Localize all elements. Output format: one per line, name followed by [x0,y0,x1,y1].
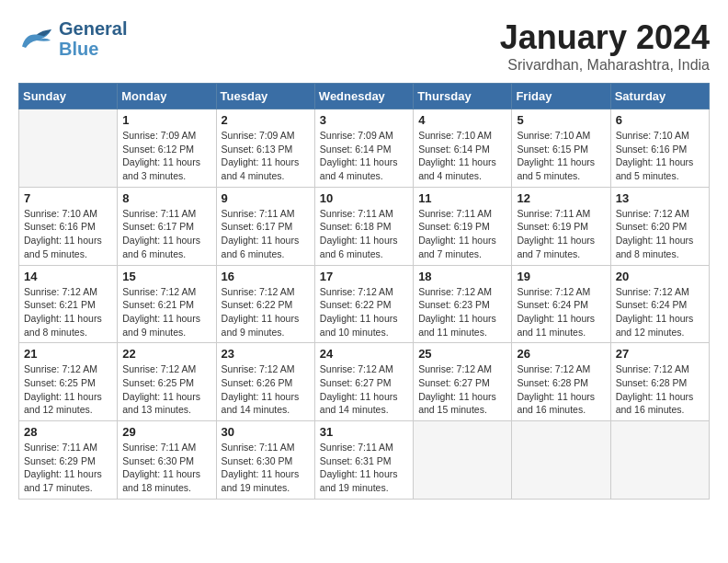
day-header-thursday: Thursday [414,84,512,109]
day-info: Sunrise: 7:09 AM Sunset: 6:13 PM Dayligh… [222,129,310,183]
day-number: 13 [616,191,704,205]
day-number: 26 [517,347,605,361]
day-info: Sunrise: 7:12 AM Sunset: 6:22 PM Dayligh… [222,285,310,339]
calendar-cell [19,109,118,188]
calendar-cell: 20Sunrise: 7:12 AM Sunset: 6:24 PM Dayli… [610,265,709,343]
day-number: 3 [320,113,408,127]
day-header-sunday: Sunday [19,84,118,109]
month-title: January 2024 [500,18,710,57]
calendar-cell: 12Sunrise: 7:11 AM Sunset: 6:19 PM Dayli… [512,187,610,265]
day-number: 7 [24,191,112,205]
day-header-wednesday: Wednesday [314,84,413,109]
day-info: Sunrise: 7:11 AM Sunset: 6:29 PM Dayligh… [24,441,112,495]
location-subtitle: Srivardhan, Maharashtra, India [500,57,710,74]
calendar-cell: 6Sunrise: 7:10 AM Sunset: 6:16 PM Daylig… [610,109,709,188]
calendar-cell: 23Sunrise: 7:12 AM Sunset: 6:26 PM Dayli… [216,343,314,421]
calendar-table: SundayMondayTuesdayWednesdayThursdayFrid… [18,83,710,500]
calendar-cell: 11Sunrise: 7:11 AM Sunset: 6:19 PM Dayli… [414,187,512,265]
day-number: 1 [122,113,210,127]
day-info: Sunrise: 7:12 AM Sunset: 6:27 PM Dayligh… [320,362,408,417]
day-info: Sunrise: 7:11 AM Sunset: 6:18 PM Dayligh… [320,207,408,261]
calendar-week-5: 28Sunrise: 7:11 AM Sunset: 6:29 PM Dayli… [19,421,710,500]
day-header-friday: Friday [512,84,610,109]
logo-icon [18,26,55,52]
day-number: 25 [418,347,506,361]
day-info: Sunrise: 7:11 AM Sunset: 6:17 PM Dayligh… [122,207,210,261]
day-header-tuesday: Tuesday [216,84,314,109]
calendar-cell: 1Sunrise: 7:09 AM Sunset: 6:12 PM Daylig… [118,109,216,188]
calendar-cell: 22Sunrise: 7:12 AM Sunset: 6:25 PM Dayli… [118,343,216,421]
day-number: 12 [517,191,605,205]
calendar-cell: 26Sunrise: 7:12 AM Sunset: 6:28 PM Dayli… [512,343,610,421]
day-info: Sunrise: 7:12 AM Sunset: 6:26 PM Dayligh… [222,362,310,417]
day-number: 28 [24,425,112,439]
day-info: Sunrise: 7:10 AM Sunset: 6:15 PM Dayligh… [517,129,605,183]
calendar-cell: 9Sunrise: 7:11 AM Sunset: 6:17 PM Daylig… [216,187,314,265]
calendar-cell: 14Sunrise: 7:12 AM Sunset: 6:21 PM Dayli… [19,265,118,343]
calendar-cell: 27Sunrise: 7:12 AM Sunset: 6:28 PM Dayli… [610,343,709,421]
calendar-cell [512,421,610,500]
calendar-cell: 18Sunrise: 7:12 AM Sunset: 6:23 PM Dayli… [414,265,512,343]
day-number: 23 [222,347,310,361]
day-info: Sunrise: 7:12 AM Sunset: 6:24 PM Dayligh… [517,285,605,339]
title-section: January 2024 Srivardhan, Maharashtra, In… [500,18,710,74]
day-info: Sunrise: 7:12 AM Sunset: 6:22 PM Dayligh… [320,285,408,339]
day-number: 14 [24,270,112,283]
page-header: General Blue January 2024 Srivardhan, Ma… [18,18,710,74]
day-info: Sunrise: 7:10 AM Sunset: 6:16 PM Dayligh… [616,129,704,183]
logo-text-blue: Blue [59,39,98,59]
calendar-cell [414,421,512,500]
day-info: Sunrise: 7:12 AM Sunset: 6:24 PM Dayligh… [616,285,704,339]
day-info: Sunrise: 7:11 AM Sunset: 6:31 PM Dayligh… [320,441,408,495]
day-number: 11 [418,191,506,205]
day-header-monday: Monday [118,84,216,109]
day-number: 22 [122,347,210,361]
calendar-cell [610,421,709,500]
calendar-week-4: 21Sunrise: 7:12 AM Sunset: 6:25 PM Dayli… [19,343,710,421]
day-info: Sunrise: 7:12 AM Sunset: 6:20 PM Dayligh… [616,207,704,261]
day-info: Sunrise: 7:11 AM Sunset: 6:30 PM Dayligh… [222,441,310,495]
day-number: 31 [320,425,408,439]
day-number: 2 [222,113,310,127]
day-info: Sunrise: 7:12 AM Sunset: 6:25 PM Dayligh… [24,362,112,417]
day-number: 8 [122,191,210,205]
calendar-cell: 2Sunrise: 7:09 AM Sunset: 6:13 PM Daylig… [216,109,314,188]
day-number: 4 [418,113,506,127]
day-number: 24 [320,347,408,361]
day-number: 27 [616,347,704,361]
calendar-cell: 17Sunrise: 7:12 AM Sunset: 6:22 PM Dayli… [314,265,413,343]
day-info: Sunrise: 7:12 AM Sunset: 6:23 PM Dayligh… [418,285,506,339]
day-info: Sunrise: 7:09 AM Sunset: 6:12 PM Dayligh… [122,129,210,183]
calendar-cell: 30Sunrise: 7:11 AM Sunset: 6:30 PM Dayli… [216,421,314,500]
calendar-cell: 25Sunrise: 7:12 AM Sunset: 6:27 PM Dayli… [414,343,512,421]
logo: General Blue [18,18,127,59]
calendar-cell: 16Sunrise: 7:12 AM Sunset: 6:22 PM Dayli… [216,265,314,343]
day-info: Sunrise: 7:12 AM Sunset: 6:21 PM Dayligh… [24,285,112,339]
calendar-cell: 19Sunrise: 7:12 AM Sunset: 6:24 PM Dayli… [512,265,610,343]
day-header-saturday: Saturday [610,84,709,109]
day-info: Sunrise: 7:10 AM Sunset: 6:16 PM Dayligh… [24,207,112,261]
day-info: Sunrise: 7:11 AM Sunset: 6:30 PM Dayligh… [122,441,210,495]
day-number: 30 [222,425,310,439]
calendar-cell: 5Sunrise: 7:10 AM Sunset: 6:15 PM Daylig… [512,109,610,188]
calendar-week-1: 1Sunrise: 7:09 AM Sunset: 6:12 PM Daylig… [19,109,710,188]
day-number: 5 [517,113,605,127]
calendar-cell: 28Sunrise: 7:11 AM Sunset: 6:29 PM Dayli… [19,421,118,500]
day-info: Sunrise: 7:11 AM Sunset: 6:19 PM Dayligh… [517,207,605,261]
day-info: Sunrise: 7:09 AM Sunset: 6:14 PM Dayligh… [320,129,408,183]
day-number: 29 [122,425,210,439]
day-info: Sunrise: 7:12 AM Sunset: 6:28 PM Dayligh… [616,362,704,417]
day-number: 10 [320,191,408,205]
day-number: 16 [222,270,310,283]
calendar-cell: 4Sunrise: 7:10 AM Sunset: 6:14 PM Daylig… [414,109,512,188]
calendar-week-3: 14Sunrise: 7:12 AM Sunset: 6:21 PM Dayli… [19,265,710,343]
day-number: 9 [222,191,310,205]
calendar-cell: 29Sunrise: 7:11 AM Sunset: 6:30 PM Dayli… [118,421,216,500]
calendar-cell: 10Sunrise: 7:11 AM Sunset: 6:18 PM Dayli… [314,187,413,265]
day-number: 20 [616,270,704,283]
calendar-cell: 7Sunrise: 7:10 AM Sunset: 6:16 PM Daylig… [19,187,118,265]
day-info: Sunrise: 7:12 AM Sunset: 6:21 PM Dayligh… [122,285,210,339]
day-info: Sunrise: 7:12 AM Sunset: 6:28 PM Dayligh… [517,362,605,417]
calendar-week-2: 7Sunrise: 7:10 AM Sunset: 6:16 PM Daylig… [19,187,710,265]
day-info: Sunrise: 7:12 AM Sunset: 6:27 PM Dayligh… [418,362,506,417]
